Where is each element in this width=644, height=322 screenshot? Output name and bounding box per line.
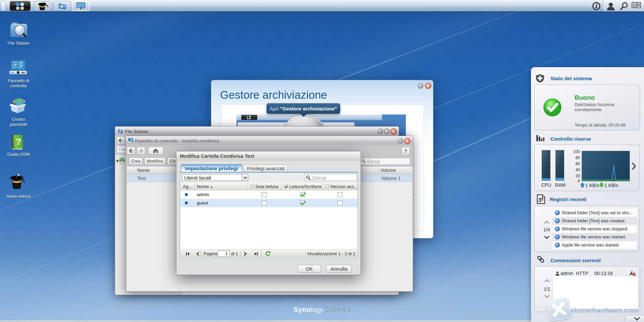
svg-text:?: ? <box>16 136 21 147</box>
